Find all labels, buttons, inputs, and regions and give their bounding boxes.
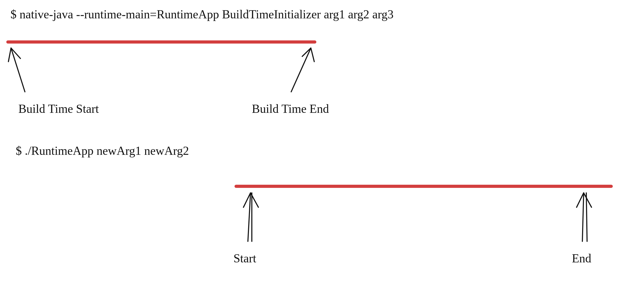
arrow-build-end (291, 48, 314, 92)
svg-line-6 (248, 193, 251, 241)
build-end-label: Build Time End (252, 102, 329, 115)
svg-line-10 (582, 193, 584, 241)
arrow-run-start (243, 193, 258, 241)
build-command: $ native-java --runtime-main=RuntimeApp … (10, 8, 393, 21)
svg-line-5 (311, 48, 314, 62)
timeline-diagram: $ native-java --runtime-main=RuntimeApp … (0, 0, 644, 286)
build-start-label: Build Time Start (18, 102, 99, 115)
svg-line-0 (11, 48, 25, 92)
run-end-label: End (572, 252, 591, 265)
svg-line-4 (302, 48, 311, 56)
svg-line-11 (577, 193, 584, 207)
arrow-build-start (8, 48, 25, 92)
arrow-run-end (577, 193, 592, 241)
svg-line-3 (291, 48, 311, 92)
svg-line-12 (584, 193, 592, 207)
run-command: $ ./RuntimeApp newArg1 newArg2 (16, 144, 189, 157)
svg-line-13 (586, 193, 587, 241)
svg-line-1 (8, 48, 11, 62)
run-start-label: Start (233, 252, 256, 265)
